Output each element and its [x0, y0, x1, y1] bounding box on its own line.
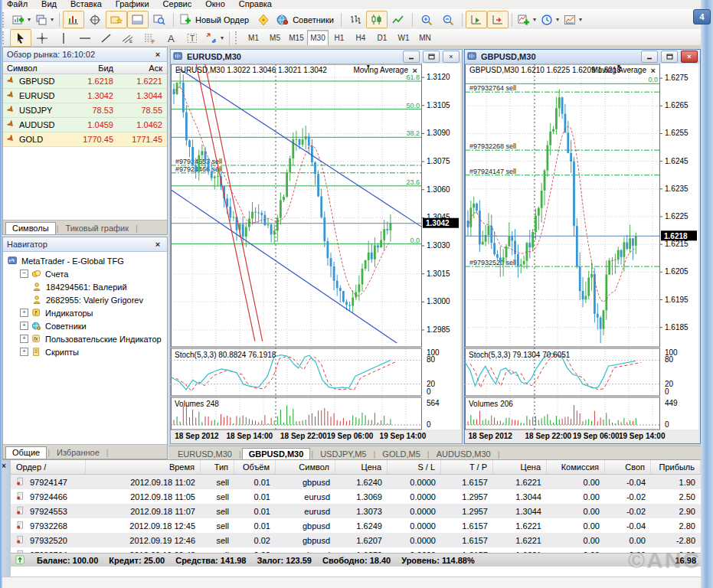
market-watch-col-2[interactable]: Бид	[69, 64, 118, 73]
text-tool-button[interactable]: A	[160, 29, 182, 47]
order-row-97932520[interactable]: 979325202012.09.19 12:46sell0.02gbpusd1.…	[11, 533, 701, 547]
order-row-97924466[interactable]: 979244662012.09.18 11:05sell0.01eurusd1.…	[11, 489, 701, 504]
orders-col-1[interactable]: Ордер /	[11, 460, 86, 474]
line-chart-button[interactable]	[388, 11, 409, 28]
menu-item-1[interactable]: Файл	[0, 0, 34, 9]
profiles-button[interactable]: ▾	[33, 11, 56, 28]
trendline-tool-button[interactable]	[96, 29, 117, 47]
chart-canvas-eurusd[interactable]: 61.850.038.223.60.0#97924553 sell#979244…	[171, 64, 460, 442]
tree-item-советники[interactable]: +Советники	[5, 319, 167, 332]
chat-badge[interactable]: 4	[693, 9, 711, 24]
fibonacci-tool-button[interactable]: F	[139, 29, 160, 47]
orders-col-8[interactable]: T / P	[441, 460, 493, 474]
timeframe-h4-button[interactable]: H4	[350, 30, 371, 46]
tree-item-2682955-valeriy-grigorev[interactable]: 2682955: Valeriy Grigorev	[5, 293, 167, 306]
new-chart-button[interactable]: ▾	[10, 11, 33, 28]
expand-icon[interactable]: +	[20, 335, 28, 343]
orders-col-5[interactable]: Символ	[276, 460, 335, 474]
tree-item-metatrader-e-global-tfg[interactable]: MetaTrader - E-Global TFG	[5, 254, 167, 267]
orders-col-11[interactable]: Своп	[605, 460, 651, 474]
menu-item-6[interactable]: Окно	[198, 0, 232, 9]
close-icon[interactable]: ×	[152, 240, 163, 249]
order-row-97932268[interactable]: 979322682012.09.18 12:45sell0.01gbpusd1.…	[11, 518, 701, 533]
market-watch-titlebar[interactable]: Обзор рынка: 16:10:02 ×	[3, 47, 167, 62]
symbol-row-eurusd[interactable]: EURUSD1.30421.3044	[3, 89, 167, 103]
timeframe-d1-button[interactable]: D1	[371, 30, 393, 46]
menu-item-4[interactable]: Графики	[109, 0, 156, 9]
timeframe-m30-button[interactable]: M30	[307, 30, 329, 46]
navigator-titlebar[interactable]: Навигатор ×	[3, 237, 167, 252]
close-button[interactable]: ×	[443, 51, 460, 63]
new-order-button[interactable]: Новый Ордер	[177, 11, 253, 28]
chart-window-titlebar[interactable]: EURUSD,M30×	[171, 50, 462, 64]
market-watch-col-3[interactable]: Аск	[118, 64, 167, 73]
chart-shift-button[interactable]	[487, 11, 509, 28]
restore-button[interactable]	[661, 51, 678, 63]
timeframe-m1-button[interactable]: M1	[243, 30, 264, 46]
order-row-97924147[interactable]: 979241472012.09.18 11:02sell0.01gbpusd1.…	[11, 475, 701, 489]
zoom-in-button[interactable]	[416, 11, 437, 28]
chart-tab-gold-m5[interactable]: GOLD,M5	[376, 449, 427, 460]
metaeditor-button[interactable]	[253, 11, 274, 28]
timeframe-h1-button[interactable]: H1	[329, 30, 350, 46]
tree-item-счета[interactable]: −Счета	[5, 267, 167, 280]
orders-col-2[interactable]: Время	[86, 460, 201, 474]
cursor-tool-button[interactable]	[10, 29, 31, 47]
tab-избранное[interactable]: Избранное	[51, 447, 106, 459]
chart-canvas-gbpusd[interactable]: 0.0#97932764 sell#97932268 sell#97924147…	[465, 64, 698, 442]
tree-item-пользовательские-индикат[interactable]: +fxПользовательские Индикатор	[5, 332, 167, 345]
menu-item-5[interactable]: Сервис	[156, 0, 199, 9]
templates-button[interactable]: ▾	[561, 11, 584, 28]
periods-button[interactable]: ▾	[538, 11, 561, 28]
timeframe-m5-button[interactable]: M5	[264, 30, 286, 46]
advisors-button[interactable]: Советники	[274, 11, 338, 28]
strategy-tester-button[interactable]	[149, 11, 170, 28]
expand-icon[interactable]: +	[20, 348, 28, 356]
vertical-line-tool-button[interactable]	[53, 29, 74, 47]
timeframe-w1-button[interactable]: W1	[393, 30, 414, 46]
tab-тиковый-график[interactable]: Тиковый график	[59, 223, 135, 234]
tab-общие[interactable]: Общие	[5, 446, 47, 459]
navigator-toggle-button[interactable]	[106, 11, 127, 28]
horizontal-line-tool-button[interactable]	[74, 29, 96, 47]
orders-col-12[interactable]: Прибыль	[651, 460, 701, 474]
bar-chart-button[interactable]	[345, 11, 366, 28]
equidistant-channel-tool-button[interactable]: E	[117, 29, 139, 47]
expand-icon[interactable]: +	[20, 322, 28, 330]
orders-col-9[interactable]: Цена	[493, 460, 547, 474]
symbol-row-gbpusd[interactable]: GBPUSD1.62181.6221	[3, 74, 167, 89]
market-watch-toggle-button[interactable]	[63, 11, 84, 28]
order-row-97924553[interactable]: 979245532012.09.18 11:07sell0.01eurusd1.…	[11, 504, 701, 518]
expand-icon[interactable]: +	[20, 309, 28, 317]
minimize-button[interactable]	[403, 51, 420, 63]
minimize-button[interactable]	[641, 51, 658, 63]
close-icon[interactable]: ×	[152, 50, 163, 59]
symbol-row-usdjpy[interactable]: USDJPY78.5378.55	[3, 103, 167, 118]
terminal-toggle-button[interactable]	[127, 11, 149, 28]
tree-item-скрипты[interactable]: +Скрипты	[5, 345, 167, 358]
zoom-out-button[interactable]	[437, 11, 459, 28]
timeframe-m15-button[interactable]: M15	[286, 30, 307, 46]
tree-item-184294561-валерий[interactable]: 184294561: Валерий	[5, 280, 167, 293]
chart-tab-eurusd-m30[interactable]: EURUSD,M30	[172, 449, 238, 460]
orders-col-10[interactable]: Комиссия	[547, 460, 605, 474]
restore-button[interactable]	[423, 51, 440, 63]
menu-item-7[interactable]: Справка	[232, 0, 279, 9]
tree-item-индикаторы[interactable]: +fИндикаторы	[5, 306, 167, 319]
indicators-add-button[interactable]: ▾	[515, 11, 538, 28]
collapse-icon[interactable]: −	[20, 270, 28, 278]
chart-window-titlebar[interactable]: GBPUSD,M30×	[465, 50, 700, 64]
text-label-tool-button[interactable]: T	[182, 29, 203, 47]
orders-col-6[interactable]: Цена	[335, 460, 388, 474]
chart-tab-gbpusd-m30[interactable]: GBPUSD,M30	[242, 448, 311, 460]
symbol-row-audusd[interactable]: AUDUSD1.04591.0462	[3, 118, 167, 132]
crosshair-tool-button[interactable]	[31, 29, 53, 47]
close-button[interactable]: ×	[681, 51, 698, 63]
symbol-row-gold[interactable]: GOLD1770.451771.45	[3, 132, 167, 147]
timeframe-mn-button[interactable]: MN	[414, 30, 436, 46]
market-watch-col-1[interactable]: Символ	[3, 64, 69, 73]
chart-tab-usdjpy-m5[interactable]: USDJPY,M5	[314, 449, 372, 460]
orders-col-4[interactable]: Объём	[234, 460, 276, 474]
orders-col-7[interactable]: S / L	[388, 460, 441, 474]
arrows-tool-button[interactable]: ▾	[203, 29, 226, 47]
